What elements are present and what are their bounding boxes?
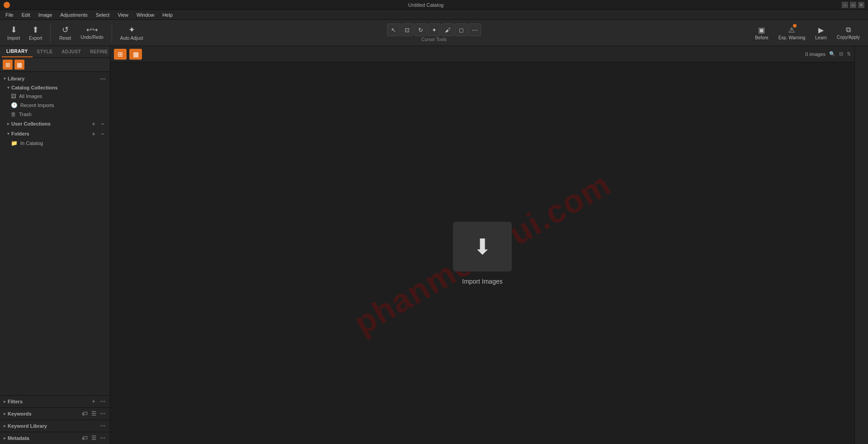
- cursor-tool-rotate[interactable]: ↻: [414, 23, 427, 36]
- filters-more-btn[interactable]: ⋯: [99, 398, 106, 405]
- sub-toolbar: ⊞ ▦: [0, 58, 110, 72]
- content-toolbar-right: 0 images 🔍 ⊟ ⇅: [805, 51, 851, 57]
- cursor-tool-crop[interactable]: ⊡: [401, 23, 413, 36]
- menu-window[interactable]: Window: [133, 11, 158, 19]
- auto-adjust-button[interactable]: ✦ Auto Adjust: [117, 23, 147, 42]
- tab-library[interactable]: LIBRARY: [2, 46, 33, 57]
- search-icon[interactable]: 🔍: [829, 51, 835, 57]
- import-button[interactable]: ⬇ Import: [4, 23, 24, 42]
- tab-style[interactable]: STYLE: [33, 47, 57, 57]
- keywords-actions: 🏷 ☰ ⋯: [81, 410, 106, 417]
- metadata-actions: 🏷 ☰ ⋯: [81, 435, 106, 442]
- menu-edit[interactable]: Edit: [18, 11, 34, 19]
- menu-view[interactable]: View: [114, 11, 132, 19]
- bottom-panel: ▸ Filters + ⋯ ▸ Keywords 🏷 ☰ ⋯: [0, 395, 110, 444]
- trash-item[interactable]: 🗑 Trash: [0, 110, 110, 119]
- keywords-tag-btn[interactable]: 🏷: [81, 410, 88, 417]
- tab-adjust[interactable]: ADJUST: [57, 47, 85, 57]
- before-button[interactable]: ▣ Before: [750, 24, 773, 42]
- toolbar-separator-2: [112, 24, 112, 42]
- metadata-list-btn[interactable]: ☰: [90, 435, 97, 442]
- recent-imports-icon: 🕐: [11, 102, 18, 108]
- keyword-library-actions: ⋯: [99, 422, 106, 430]
- library-section-header[interactable]: ▾ Library ⋯: [0, 74, 110, 84]
- filmstrip-view-btn[interactable]: ▦: [14, 60, 24, 70]
- menu-image[interactable]: Image: [35, 11, 56, 19]
- filters-header[interactable]: ▸ Filters + ⋯: [0, 396, 110, 407]
- content-toolbar: ⊞ ▦ 0 images 🔍 ⊟ ⇅: [110, 46, 854, 62]
- user-collections-add-btn[interactable]: +: [90, 120, 97, 127]
- catalog-collections-header[interactable]: ▾ Catalog Collections: [0, 84, 110, 92]
- grid-view-btn[interactable]: ⊞: [3, 60, 13, 70]
- sort-icon[interactable]: ⇅: [847, 51, 851, 57]
- tab-refine[interactable]: REFINE: [85, 47, 113, 57]
- window-controls: ─ ▭ ✕: [842, 2, 864, 8]
- metadata-header[interactable]: ▸ Metadata 🏷 ☰ ⋯: [0, 432, 110, 444]
- library-section-actions: ⋯: [99, 75, 106, 82]
- filters-actions: + ⋯: [90, 398, 106, 405]
- metadata-more-btn[interactable]: ⋯: [99, 435, 106, 442]
- import-icon: ⬇: [10, 25, 17, 35]
- in-catalog-item[interactable]: 📁 In Catalog: [0, 139, 110, 148]
- metadata-tag-btn[interactable]: 🏷: [81, 435, 88, 442]
- cursor-tool-heal[interactable]: ✦: [428, 23, 440, 36]
- auto-adjust-icon: ✦: [128, 25, 135, 35]
- undo-redo-icon: ↩↪: [86, 26, 98, 34]
- keywords-header[interactable]: ▸ Keywords 🏷 ☰ ⋯: [0, 408, 110, 420]
- keyword-library-section: ▸ Keyword Library ⋯: [0, 420, 110, 432]
- exp-warning-button[interactable]: ⚠ Exp. Warning: [774, 24, 810, 42]
- trash-icon: 🗑: [11, 111, 16, 117]
- keyword-library-chevron: ▸: [4, 424, 6, 428]
- folders-add-btn[interactable]: +: [90, 130, 97, 137]
- menu-file[interactable]: File: [2, 11, 17, 19]
- keyword-library-header[interactable]: ▸ Keyword Library ⋯: [0, 420, 110, 432]
- cursor-tool-erase[interactable]: ◻: [455, 23, 467, 36]
- cursor-tool-select[interactable]: ↖: [387, 23, 400, 36]
- menu-bar: File Edit Image Adjustments Select View …: [0, 10, 868, 20]
- user-collections-header[interactable]: ▸ User Collections + −: [0, 119, 110, 129]
- user-collections-actions: + −: [90, 120, 106, 127]
- folders-header[interactable]: ▾ Folders + −: [0, 129, 110, 139]
- before-icon: ▣: [758, 26, 765, 34]
- cursor-tool-brush[interactable]: 🖌: [441, 23, 454, 36]
- menu-help[interactable]: Help: [159, 11, 176, 19]
- filter-icon[interactable]: ⊟: [839, 51, 843, 57]
- panel-tabs: LIBRARY STYLE ADJUST REFINE ⋮: [0, 46, 110, 58]
- cursor-tools-row: ↖ ⊡ ↻ ✦ 🖌 ◻ ⋯: [387, 23, 481, 36]
- grid-view-button[interactable]: ⊞: [114, 49, 127, 60]
- keyword-library-more-btn[interactable]: ⋯: [99, 422, 106, 430]
- learn-button[interactable]: ▶ Learn: [811, 24, 831, 42]
- folders-actions: + −: [90, 130, 106, 137]
- all-images-item[interactable]: 🖼 All Images: [0, 92, 110, 101]
- reset-button[interactable]: ↺ Reset: [55, 23, 75, 42]
- import-box[interactable]: ⬇: [453, 222, 512, 271]
- menu-adjustments[interactable]: Adjustments: [57, 11, 91, 19]
- copy-apply-button[interactable]: ⧉ Copy/Apply: [832, 24, 864, 42]
- library-more-btn[interactable]: ⋯: [99, 75, 106, 82]
- filters-chevron: ▸: [4, 399, 6, 404]
- filters-add-btn[interactable]: +: [90, 398, 97, 405]
- close-button[interactable]: ✕: [858, 2, 864, 8]
- menu-select[interactable]: Select: [92, 11, 113, 19]
- metadata-chevron: ▸: [4, 436, 6, 440]
- right-panel: [854, 46, 868, 444]
- keywords-chevron: ▸: [4, 411, 6, 416]
- user-collections-remove-btn[interactable]: −: [99, 120, 106, 127]
- library-tree: ▾ Library ⋯ ▾ Catalog Collections 🖼 All …: [0, 72, 110, 395]
- app-icon: [4, 2, 10, 8]
- filmstrip-button[interactable]: ▦: [129, 49, 142, 60]
- restore-button[interactable]: ▭: [850, 2, 856, 8]
- export-button[interactable]: ⬆ Export: [25, 23, 46, 42]
- recent-imports-item[interactable]: 🕐 Recent Imports: [0, 101, 110, 110]
- reset-icon: ↺: [62, 25, 69, 35]
- cursor-tool-more[interactable]: ⋯: [468, 23, 481, 36]
- import-area: phanmemvui.com ⬇ Import Images: [110, 62, 854, 444]
- learn-icon: ▶: [818, 26, 824, 34]
- minimize-button[interactable]: ─: [842, 2, 848, 8]
- main-layout: LIBRARY STYLE ADJUST REFINE ⋮ ⊞ ▦ ▾ Libr…: [0, 46, 868, 444]
- keywords-list-btn[interactable]: ☰: [90, 410, 97, 417]
- folders-remove-btn[interactable]: −: [99, 130, 106, 137]
- undo-redo-button[interactable]: ↩↪ Undo/Redo: [77, 24, 107, 42]
- toolbar-left: ⬇ Import ⬆ Export ↺ Reset ↩↪ Undo/Redo ✦…: [4, 23, 146, 42]
- keywords-more-btn[interactable]: ⋯: [99, 410, 106, 417]
